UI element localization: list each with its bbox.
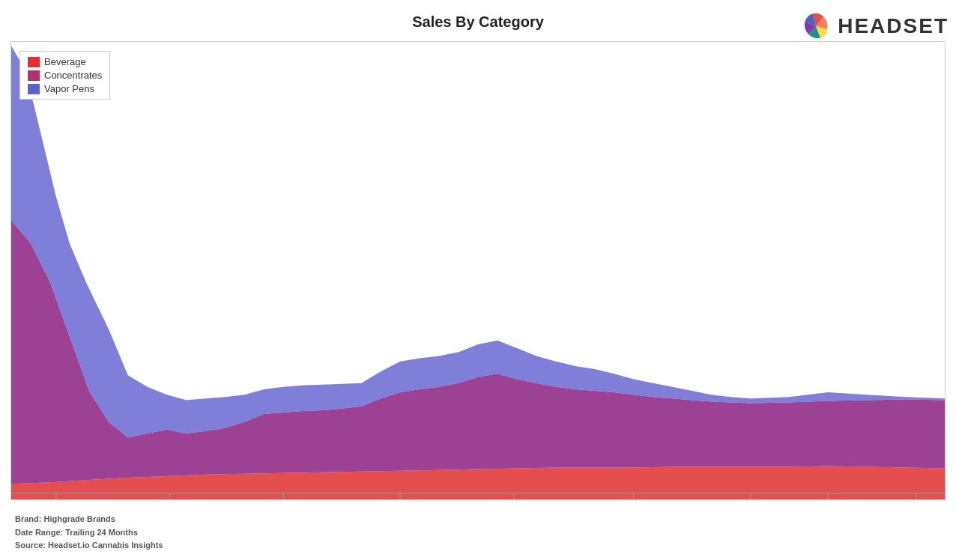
chart-legend: Beverage Concentrates Vapor Pens [19, 51, 110, 100]
footer-info: Brand: Highgrade Brands Date Range: Trai… [15, 513, 163, 553]
footer-date-range: Date Range: Trailing 24 Months [15, 526, 163, 540]
legend-color-beverage [28, 57, 40, 67]
brand-label: Brand: [15, 514, 41, 523]
chart-area: 2023-01 2023-04 2023-07 2023-10 2024-01 … [10, 41, 946, 500]
legend-label-beverage: Beverage [44, 56, 86, 67]
legend-item-concentrates: Concentrates [28, 70, 102, 81]
chart-svg: 2023-01 2023-04 2023-07 2023-10 2024-01 … [11, 42, 945, 499]
headset-logo-icon [794, 7, 832, 45]
source-value: Headset.io Cannabis Insights [48, 541, 163, 550]
legend-label-vapor-pens: Vapor Pens [44, 83, 94, 94]
logo-text: HEADSET [838, 14, 949, 38]
page-container: HEADSET Sales By Category Beverage Conce… [0, 0, 956, 560]
legend-color-vapor-pens [28, 84, 40, 94]
legend-item-beverage: Beverage [28, 56, 102, 67]
legend-color-concentrates [28, 70, 40, 81]
date-range-label: Date Range: [15, 528, 63, 537]
legend-label-concentrates: Concentrates [44, 70, 102, 81]
legend-item-vapor-pens: Vapor Pens [28, 83, 102, 94]
brand-value: Highgrade Brands [44, 514, 115, 523]
footer-brand: Brand: Highgrade Brands [15, 513, 163, 526]
source-label: Source: [15, 541, 46, 550]
date-range-value: Trailing 24 Months [65, 528, 138, 537]
footer-source: Source: Headset.io Cannabis Insights [15, 539, 163, 553]
logo-area: HEADSET [794, 7, 949, 45]
